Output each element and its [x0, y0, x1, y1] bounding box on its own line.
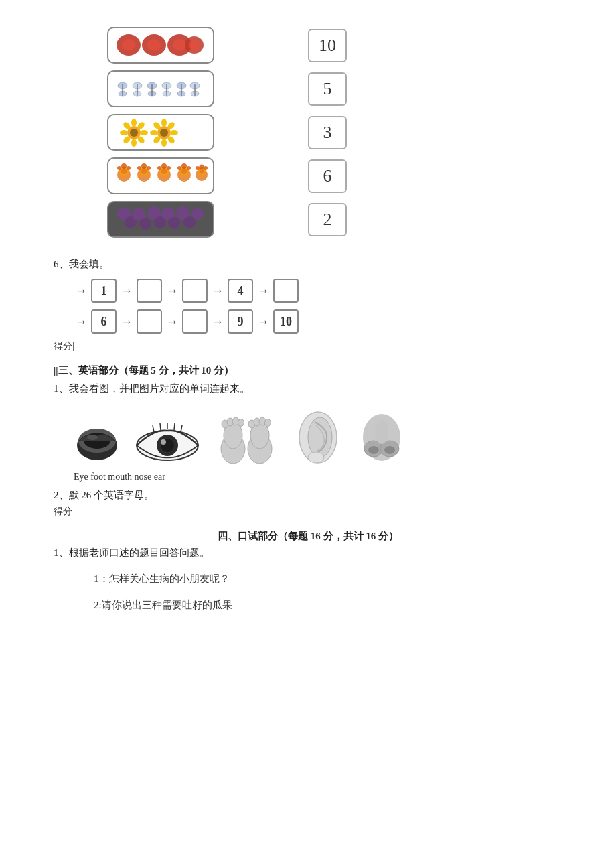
- svg-point-1: [122, 39, 135, 51]
- svg-point-106: [238, 419, 244, 427]
- seq-box-r1-4: 4: [228, 279, 253, 303]
- svg-point-3: [147, 39, 161, 51]
- svg-point-7: [189, 40, 200, 50]
- seq-box-r1-5: [273, 279, 299, 303]
- svg-point-40: [170, 130, 178, 135]
- arrow-r2-3: →: [212, 315, 224, 329]
- arrow-r2-2: →: [166, 315, 178, 329]
- number-box-5: 2: [308, 203, 347, 236]
- body-parts-area: Eye foot mouth nose ear: [74, 405, 562, 482]
- match-row-2: 5: [107, 70, 562, 107]
- score-line-6: 得分|: [54, 340, 562, 352]
- score-line-3: 得分: [54, 506, 562, 518]
- svg-point-32: [131, 139, 137, 147]
- svg-point-38: [161, 119, 167, 127]
- sequence-area: → 1 → → → 4 → → 6 → → → 9 → 10: [74, 279, 562, 334]
- svg-point-115: [308, 452, 324, 463]
- svg-point-68: [187, 166, 191, 170]
- svg-point-80: [139, 218, 151, 230]
- svg-point-50: [127, 166, 131, 170]
- svg-point-48: [121, 169, 127, 174]
- svg-point-44: [150, 130, 158, 135]
- svg-point-54: [141, 169, 147, 174]
- seq-box-r1-1: 1: [91, 279, 117, 303]
- eye-image: [134, 419, 201, 466]
- number-box-2: 5: [308, 72, 347, 106]
- number-box-1: 10: [308, 29, 347, 62]
- svg-point-66: [181, 169, 187, 174]
- section-3: ||三、英语部分（每题 5 分，共计 10 分） 1、我会看图，并把图片对应的单…: [54, 364, 562, 518]
- image-box-2: [107, 70, 214, 107]
- svg-line-97: [160, 423, 161, 430]
- arrow-r1-4: →: [257, 284, 269, 298]
- image-box-1: [107, 27, 214, 64]
- arrow-r1-2: →: [166, 284, 178, 298]
- nose-image: [355, 412, 408, 466]
- svg-point-5: [173, 39, 186, 51]
- body-parts-caption: Eye foot mouth nose ear: [74, 472, 165, 482]
- svg-line-100: [181, 425, 182, 432]
- svg-point-75: [196, 166, 200, 170]
- svg-point-67: [181, 163, 187, 169]
- seq-box-r2-4: 9: [228, 309, 253, 334]
- svg-point-73: [200, 164, 204, 169]
- seq-box-r1-2: [137, 279, 162, 303]
- svg-point-30: [140, 130, 148, 135]
- svg-point-51: [117, 166, 121, 170]
- section-6-label: 6、我会填。: [54, 258, 562, 271]
- svg-point-27: [130, 129, 138, 137]
- svg-point-120: [384, 446, 395, 454]
- number-box-3: 3: [308, 116, 347, 149]
- image-box-3: [107, 114, 214, 151]
- svg-line-99: [174, 423, 175, 430]
- svg-point-95: [161, 439, 166, 445]
- svg-point-74: [204, 166, 208, 170]
- match-row-5: 2: [107, 201, 562, 238]
- section-3-q1: 1、我会看图，并把图片对应的单词连起来。: [54, 382, 562, 395]
- svg-point-119: [368, 446, 379, 454]
- seq-box-r1-3: [182, 279, 208, 303]
- arrow-r1-3: →: [212, 284, 224, 298]
- seq-box-r2-2: [137, 309, 162, 334]
- svg-point-60: [161, 169, 167, 174]
- svg-point-91: [87, 435, 98, 440]
- section-4: 四、口试部分（每题 16 分，共计 16 分） 1、根据老师口述的题目回答问题。…: [54, 530, 562, 612]
- svg-point-34: [120, 130, 128, 135]
- svg-point-28: [131, 119, 137, 127]
- seq-row-1: → 1 → → → 4 →: [74, 279, 562, 303]
- svg-point-49: [121, 163, 127, 169]
- section-4-q1-sub1: 1：怎样关心生病的小朋友呢？: [94, 573, 562, 585]
- section-4-q1-sub2: 2:请你说出三种需要吐籽的瓜果: [94, 599, 562, 612]
- svg-point-56: [147, 166, 151, 170]
- mouth-image: [74, 412, 121, 466]
- svg-point-63: [157, 166, 161, 170]
- svg-point-55: [141, 163, 147, 169]
- number-box-4: 6: [308, 159, 347, 193]
- seq-box-r2-5: 10: [273, 309, 299, 334]
- arrow-r2-1: →: [121, 315, 133, 329]
- section-4-header: 四、口试部分（每题 16 分，共计 16 分）: [218, 531, 398, 541]
- section-6: 6、我会填。 → 1 → → → 4 → → 6 → → → 9 → 10: [54, 258, 562, 352]
- foot-image: [214, 412, 281, 466]
- matching-section: 10: [107, 27, 562, 238]
- svg-point-42: [161, 139, 167, 147]
- svg-point-37: [160, 129, 168, 137]
- seq-box-r2-3: [182, 309, 208, 334]
- section-3-q2: 2、默 26 个英语字母。: [54, 489, 562, 502]
- svg-point-72: [200, 169, 204, 173]
- arrow-r2-4: →: [257, 315, 269, 329]
- svg-point-87: [191, 208, 204, 220]
- match-row-3: 3: [107, 114, 562, 151]
- svg-point-62: [167, 166, 171, 170]
- section-3-header: ||三、英语部分（每题 5 分，共计 10 分）: [54, 364, 562, 377]
- seq-row-2: → 6 → → → 9 → 10: [74, 309, 562, 334]
- match-row-4: 6: [107, 157, 562, 194]
- svg-line-96: [153, 425, 154, 432]
- image-box-5: [107, 201, 214, 238]
- svg-point-121: [375, 420, 388, 444]
- seq-box-r2-1: 6: [91, 309, 117, 334]
- body-parts-images: [74, 405, 408, 466]
- svg-point-61: [161, 163, 167, 169]
- match-row-1: 10: [107, 27, 562, 64]
- arrow-r1-1: →: [121, 284, 133, 298]
